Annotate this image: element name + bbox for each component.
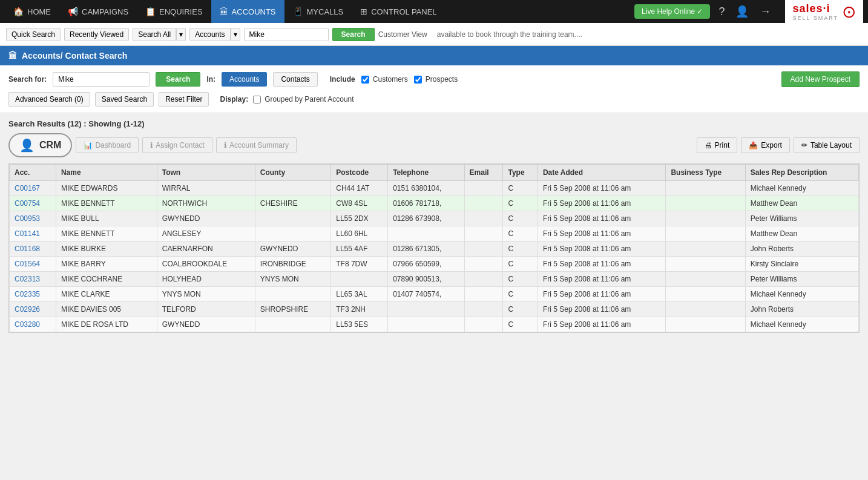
search-bar: Quick Search Recently Viewed Search All …	[0, 23, 868, 46]
cell-type: C	[503, 181, 538, 196]
cell-postcode	[331, 272, 388, 287]
prospects-checkbox[interactable]	[414, 76, 422, 84]
table-row[interactable]: C02926MIKE DAVIES 005TELFORDSHROPSHIRETF…	[10, 302, 859, 317]
cell-acc[interactable]: C00167	[10, 181, 56, 196]
account-link[interactable]: C01141	[15, 229, 40, 238]
cell-acc[interactable]: C01141	[10, 226, 56, 242]
search-bar-button[interactable]: Search	[332, 28, 375, 41]
customers-checkbox-group[interactable]: Customers	[361, 75, 408, 84]
cell-town: GWYNEDD	[157, 317, 255, 332]
account-link[interactable]: C00167	[15, 184, 40, 192]
cell-email	[464, 317, 503, 332]
assign-contact-icon: ℹ	[150, 141, 153, 150]
advanced-search-button[interactable]: Advanced Search (0)	[8, 92, 90, 107]
nav-mycalls[interactable]: 📱 MYCALLS	[284, 0, 352, 23]
search-main-input[interactable]	[53, 72, 150, 87]
account-link[interactable]: C02313	[15, 275, 40, 283]
cell-county	[255, 287, 330, 302]
accounts-dropdown-button[interactable]: Accounts	[189, 28, 230, 41]
cell-acc[interactable]: C02926	[10, 302, 56, 317]
table-row[interactable]: C00953MIKE BULLGWYNEDDLL55 2DX01286 6739…	[10, 211, 859, 226]
cell-name: MIKE BENNETT	[56, 226, 157, 242]
table-row[interactable]: C02313MIKE COCHRANEHOLYHEADYNYS MON07890…	[10, 272, 859, 287]
grouped-by-parent-label: Grouped by Parent Account	[265, 95, 353, 104]
results-table-wrapper: Acc. Name Town County Postcode Telephone…	[8, 163, 860, 333]
search-button[interactable]: Search	[156, 72, 200, 87]
quick-search-button[interactable]: Quick Search	[6, 28, 61, 41]
table-row[interactable]: C02335MIKE CLARKEYNYS MONLL65 3AL01407 7…	[10, 287, 859, 302]
col-email: Email	[464, 165, 503, 181]
accounts-dropdown-arrow[interactable]: ▾	[231, 28, 240, 41]
reset-filter-button[interactable]: Reset Filter	[159, 92, 209, 107]
cell-town: WIRRAL	[157, 181, 255, 196]
cell-telephone: 07966 650599,	[388, 257, 464, 272]
account-link[interactable]: C02335	[15, 290, 40, 298]
nav-accounts[interactable]: 🏛 ACCOUNTS	[211, 0, 284, 23]
recently-viewed-button[interactable]: Recently Viewed	[64, 28, 129, 41]
tab-contacts[interactable]: Contacts	[273, 72, 317, 87]
accounts-icon: 🏛	[220, 7, 228, 16]
cell-email	[464, 287, 503, 302]
table-row[interactable]: C01141MIKE BENNETTANGLESEYLL60 6HLCFri 5…	[10, 226, 859, 242]
add-new-prospect-button[interactable]: Add New Prospect	[781, 71, 860, 87]
home-icon: 🏠	[13, 7, 24, 16]
cell-email	[464, 196, 503, 211]
logout-icon[interactable]: →	[757, 3, 773, 21]
assign-contact-button[interactable]: ℹ Assign Contact	[142, 137, 212, 153]
cell-acc[interactable]: C01168	[10, 242, 56, 257]
cell-dateAdded: Fri 5 Sep 2008 at 11:06 am	[538, 257, 666, 272]
print-button[interactable]: 🖨 Print	[697, 137, 738, 153]
cell-acc[interactable]: C01564	[10, 257, 56, 272]
nav-controlpanel[interactable]: ⊞ CONTROL PANEL	[352, 0, 445, 23]
account-summary-button[interactable]: ℹ Account Summary	[216, 137, 297, 153]
search-all-arrow[interactable]: ▾	[176, 28, 186, 41]
cell-name: MIKE COCHRANE	[56, 272, 157, 287]
table-row[interactable]: C01168MIKE BURKECAERNARFONGWYNEDDLL55 4A…	[10, 242, 859, 257]
cell-acc[interactable]: C03280	[10, 317, 56, 332]
nav-home[interactable]: 🏠 HOME	[5, 0, 59, 23]
dashboard-button[interactable]: 📊 Dashboard	[76, 137, 139, 153]
cell-acc[interactable]: C00754	[10, 196, 56, 211]
cell-county	[255, 317, 330, 332]
table-row[interactable]: C00167MIKE EDWARDSWIRRALCH44 1AT0151 638…	[10, 181, 859, 196]
user-icon[interactable]: 👤	[733, 2, 751, 21]
cell-county: GWYNEDD	[255, 242, 330, 257]
cell-acc[interactable]: C02313	[10, 272, 56, 287]
table-layout-button[interactable]: ✏ Table Layout	[794, 137, 860, 153]
cell-acc[interactable]: C02335	[10, 287, 56, 302]
search-all-dropdown[interactable]: Search All ▾	[133, 28, 186, 41]
help-icon[interactable]: ?	[716, 3, 727, 21]
account-link[interactable]: C02926	[15, 305, 40, 314]
results-area: Search Results (12) : Showing (1-12) 👤 C…	[0, 113, 868, 339]
customers-checkbox[interactable]	[361, 76, 369, 84]
grouped-by-parent-checkbox[interactable]	[253, 96, 261, 104]
cell-salesRep: Kirsty Sinclaire	[745, 257, 858, 272]
account-link[interactable]: C03280	[15, 320, 40, 329]
cell-businessType	[666, 211, 745, 226]
account-link[interactable]: C01168	[15, 245, 40, 253]
table-row[interactable]: C00754MIKE BENNETTNORTHWICHCHESHIRECW8 4…	[10, 196, 859, 211]
enquiries-icon: 📋	[145, 7, 156, 16]
export-button[interactable]: 📤 Export	[741, 137, 790, 153]
cell-acc[interactable]: C00953	[10, 211, 56, 226]
search-all-button[interactable]: Search All	[133, 28, 176, 41]
table-row[interactable]: C03280MIKE DE ROSA LTDGWYNEDDLL53 5ESCFr…	[10, 317, 859, 332]
accounts-dropdown[interactable]: Accounts ▾	[189, 28, 240, 41]
tab-accounts[interactable]: Accounts	[222, 72, 267, 87]
page-header: 🏛 Accounts/ Contact Search	[0, 46, 868, 65]
account-link[interactable]: C00953	[15, 214, 40, 223]
search-bar-input[interactable]	[244, 28, 329, 41]
crm-badge[interactable]: 👤 CRM	[8, 133, 72, 157]
cell-type: C	[503, 317, 538, 332]
prospects-checkbox-group[interactable]: Prospects	[414, 75, 458, 84]
nav-enquiries[interactable]: 📋 ENQUIRIES	[137, 0, 211, 23]
account-link[interactable]: C01564	[15, 260, 40, 268]
search-for-label: Search for:	[8, 75, 47, 84]
table-row[interactable]: C01564MIKE BARRYCOALBROOKDALEIRONBRIDGET…	[10, 257, 859, 272]
grouped-by-parent-group[interactable]: Grouped by Parent Account	[253, 95, 353, 104]
nav-campaigns[interactable]: 📢 CAMPAIGNS	[59, 0, 137, 23]
cell-postcode: LL55 2DX	[331, 211, 388, 226]
account-link[interactable]: C00754	[15, 199, 40, 208]
live-help-button[interactable]: Live Help Online ✓	[634, 4, 710, 19]
saved-search-button[interactable]: Saved Search	[95, 92, 154, 107]
